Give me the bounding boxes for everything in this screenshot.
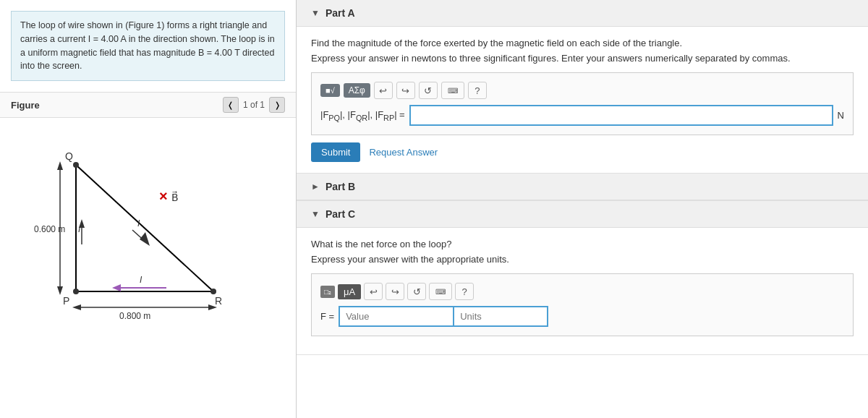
part-a-unit: N [838,110,844,121]
part-a-content: Find the magnitude of the force exerted … [297,27,868,173]
part-c-f-label: F = [320,311,334,322]
part-a-action-row: Submit Request Answer [311,142,854,162]
figure-page-indicator: 1 of 1 [243,100,265,110]
part-c-refresh-icon: ↺ [413,286,421,297]
part-c-units-input[interactable] [454,306,548,327]
problem-description: The loop of wire shown in (Figure 1) for… [11,11,285,81]
figure-svg: Q P R × B⃗ 0.600 m 0.80 [0,118,296,349]
svg-point-3 [73,162,79,168]
part-c-sq-button[interactable]: □₂ [320,286,335,298]
part-a-request-answer-link[interactable]: Request Answer [369,147,438,158]
redo-icon: ↪ [401,85,409,96]
part-c-section: ▼ Part C What is the net force on the lo… [297,201,868,355]
svg-marker-13 [79,219,85,228]
part-c-instruction2: Express your answer with the appropriate… [311,254,854,265]
part-c-undo-icon: ↩ [370,286,378,297]
part-a-answer-box: ■√ AΣφ ↩ ↪ ↺ [311,72,854,135]
part-c-redo-icon: ↪ [391,286,399,297]
part-c-value-input[interactable] [339,306,454,327]
part-b-section: ► Part B [297,174,868,201]
part-b-header[interactable]: ► Part B [297,174,868,200]
part-a-section: ▼ Part A Find the magnitude of the force… [297,0,868,174]
part-a-instruction1: Find the magnitude of the force exerted … [311,38,854,48]
part-a-chevron: ▼ [311,8,320,18]
svg-point-4 [73,289,79,294]
left-panel: The loop of wire shown in (Figure 1) for… [0,0,297,418]
keyboard-icon: ⌨ [448,87,458,95]
part-a-header[interactable]: ▼ Part A [297,0,868,27]
svg-marker-7 [57,161,63,170]
undo-icon: ↩ [379,85,387,96]
part-c-label: Part C [326,208,355,220]
part-c-mu-button[interactable]: μA [338,284,361,299]
figure-diagram: Q P R × B⃗ 0.600 m 0.80 [33,125,264,342]
figure-prev-button[interactable]: ❬ [223,97,239,113]
part-a-submit-button[interactable]: Submit [311,142,360,162]
part-c-answer-box: □₂ μA ↩ ↪ ↺ [311,273,854,336]
part-c-content: What is the net force on the loop? Expre… [297,228,868,354]
figure-header: Figure ❬ 1 of 1 ❭ [0,92,296,118]
part-c-refresh-button[interactable]: ↺ [407,283,426,300]
q-label: Q [65,150,73,162]
figure-next-button[interactable]: ❭ [269,97,285,113]
figure-nav: ❬ 1 of 1 ❭ [223,97,285,113]
part-a-input-label: |FPQ|, |FQR|, |FRP| = [320,109,405,122]
b-vector: B⃗ [171,191,179,203]
part-a-label: Part A [326,7,355,19]
part-a-instruction2: Express your answer in newtons to three … [311,53,854,64]
svg-marker-8 [57,286,63,295]
help-button[interactable]: ? [468,82,487,99]
part-b-label: Part B [326,181,355,192]
part-c-toolbar: □₂ μA ↩ ↪ ↺ [320,283,844,300]
part-a-toolbar: ■√ AΣφ ↩ ↪ ↺ [320,82,844,99]
svg-marker-10 [72,304,81,310]
part-a-input-row: |FPQ|, |FQR|, |FRP| = N [320,105,844,126]
part-c-keyboard-button[interactable]: ⌨ [429,283,452,300]
part-c-help-icon: ? [462,286,467,297]
svg-point-5 [210,289,216,294]
part-c-chevron: ▼ [311,209,320,219]
svg-marker-17 [112,284,121,291]
part-a-answer-input[interactable] [409,105,833,126]
sq-icon: □₂ [324,288,331,296]
height-label: 0.600 m [34,224,65,234]
part-c-input-row: F = [320,306,844,327]
refresh-button[interactable]: ↺ [419,82,438,99]
width-label: 0.800 m [119,311,150,321]
part-b-chevron: ► [311,182,320,192]
greek-button[interactable]: AΣφ [344,83,370,98]
part-c-help-button[interactable]: ? [455,283,474,300]
keyboard-button[interactable]: ⌨ [441,82,464,99]
undo-button[interactable]: ↩ [374,82,393,99]
p-label: P [63,295,69,307]
part-c-header[interactable]: ▼ Part C [297,201,868,228]
refresh-icon: ↺ [424,85,432,96]
i-label-bottom: I [140,275,142,285]
right-panel: ▼ Part A Find the magnitude of the force… [297,0,868,418]
matrix-button[interactable]: ■√ [320,84,340,97]
redo-button[interactable]: ↪ [396,82,415,99]
help-icon: ? [475,85,480,96]
svg-line-2 [76,165,213,291]
part-c-keyboard-icon: ⌨ [435,288,446,296]
part-c-instruction1: What is the net force on the loop? [311,239,854,249]
r-label: R [215,295,222,307]
svg-marker-15 [140,232,150,246]
figure-label: Figure [11,100,40,111]
part-c-redo-button[interactable]: ↪ [386,283,404,300]
figure-area: Q P R × B⃗ 0.600 m 0.80 [0,118,296,418]
part-c-undo-button[interactable]: ↩ [364,283,383,300]
x-symbol: × [159,188,168,204]
matrix-icon: ■√ [326,86,335,95]
